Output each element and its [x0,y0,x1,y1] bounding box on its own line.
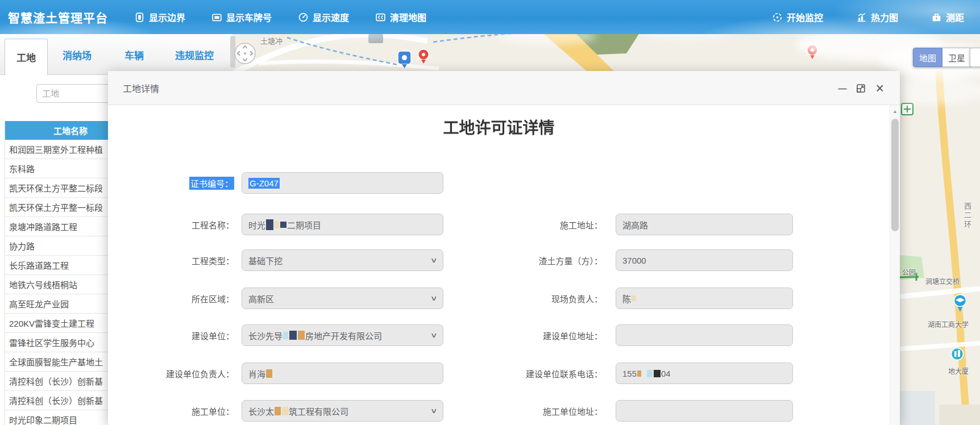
app-window: 土塘冲 公园 涧塘立交桥 湖南工商大学 地大厦 西二环 地图 卫星 智慧渣土管理… [0,0,980,425]
measure-icon [931,12,942,23]
close-icon[interactable]: × [875,81,884,95]
builder-manager-label: 建设单位负责人： [108,363,234,384]
nav-show-speed[interactable]: 显示速度 [298,10,349,24]
volume-label: 渣土方量（方）： [460,249,603,271]
monitor-icon [772,12,783,23]
site-detail-modal: 工地详情 — × 工地许可证详情 证书编号： G-Z047 工程名 [108,71,900,425]
builder-phone-label: 建设单位联系电话： [460,363,603,384]
modal-title: 工地详情 [123,81,159,95]
redaction-block [282,407,288,415]
redaction-block [654,370,661,377]
nav-item-label: 显示边界 [149,10,185,24]
redaction-block [283,332,288,339]
tab-violation-monitor[interactable]: 违规监控 [175,34,214,75]
nav-measure-distance[interactable]: 测距 [931,10,964,24]
nav-item-label: 显示车牌号 [226,10,272,24]
cert-no-input[interactable]: G-Z047 [242,172,443,194]
chevron-down-icon: ∨ [430,407,438,415]
minimize-icon[interactable]: — [838,84,846,93]
maximize-icon[interactable] [856,84,866,93]
satellite-mode-button[interactable]: 卫星 [942,48,971,67]
tab-construction-site[interactable]: 工地 [5,39,48,75]
address-label: 施工地址： [460,214,603,235]
tab-disposal-site[interactable]: 消纳场 [63,34,92,75]
builder-address-label: 建设单位地址： [460,324,603,346]
modal-window-controls: — × [838,71,884,105]
plate-icon [211,12,222,23]
constructor-address-label: 施工单位地址： [460,400,603,422]
map-label-park: 公园 [902,267,916,277]
project-name-label: 工程名称： [108,214,234,235]
redaction-block [280,222,286,228]
redaction-block [632,295,636,301]
builder-address-input[interactable] [616,324,793,346]
tab-vehicles[interactable]: 车辆 [124,34,144,75]
nav-item-label: 显示速度 [313,10,349,24]
nav-heatmap[interactable]: 热力图 [856,10,898,24]
project-name-input[interactable]: 时光二期项目 [242,214,443,235]
redaction-block [637,370,641,377]
map-label-building: 地大厦 [948,366,969,376]
speed-icon [298,12,309,23]
nav-show-boundary[interactable]: 显示边界 [134,10,185,24]
traffic-mode-button[interactable] [970,48,980,67]
redaction-block [298,331,305,340]
scroll-up-arrow[interactable]: ▲ [890,109,900,114]
redaction-block [647,370,653,377]
scrollbar-thumb[interactable] [891,119,899,231]
nav-clear-map[interactable]: 清理地图 [375,10,426,24]
site-manager-input[interactable]: 陈 [616,288,793,309]
map-label-tutangchong: 土塘冲 [260,35,283,46]
compass-icon [234,42,256,65]
redaction-block [266,369,272,378]
clear-map-icon [375,12,386,23]
nav-item-label: 清理地图 [390,10,426,24]
district-select[interactable]: 高新区 ∨ [242,288,443,309]
building-marker[interactable] [952,348,964,360]
map-label-ring-road: 西二环 [962,202,973,230]
app-title: 智慧渣土管理平台 [8,9,108,26]
tab-bar: 工地 消纳场 车辆 违规监控 [0,34,233,75]
top-navbar: 智慧渣土管理平台 显示边界 显示车牌号 显示速度 [0,0,980,34]
constructor-address-input[interactable] [616,400,793,422]
builder-select[interactable]: 长沙先导房地产开发有限公司 ∨ [242,324,443,346]
nav-item-label: 热力图 [871,10,898,24]
navbar-actions: 开始监控 热力图 测距 [772,10,980,24]
chevron-down-icon: ∨ [430,294,438,302]
project-type-select[interactable]: 基础下挖 ∨ [242,249,443,271]
map-mode-button[interactable]: 地图 [913,48,942,67]
volume-input[interactable]: 37000 [616,249,793,271]
boundary-icon [134,12,145,23]
nav-item-label: 开始监控 [787,10,823,24]
redaction-block [266,219,273,230]
map-pan-control[interactable] [234,42,256,65]
nav-item-label: 测距 [946,10,964,24]
site-manager-label: 现场负责人： [460,288,603,309]
redaction-block [289,331,297,340]
map-type-toggle: 地图 卫星 [913,48,971,67]
chevron-down-icon: ∨ [430,256,438,264]
heatmap-icon [856,12,867,23]
green-park-icon[interactable] [902,103,913,115]
map-label-overpass: 涧塘立交桥 [925,276,960,286]
district-label: 所在区域： [108,288,234,309]
chevron-down-icon: ∨ [430,331,438,339]
map-label-university: 湖南工商大学 [928,319,969,329]
redaction-block [275,407,281,415]
redaction-block [275,221,279,228]
builder-label: 建设单位： [108,324,234,346]
project-type-label: 工程类型： [108,249,234,271]
address-input[interactable]: 湖高路 [616,214,793,235]
nav-show-plate[interactable]: 显示车牌号 [211,10,272,24]
constructor-select[interactable]: 长沙太筑工程有限公司 ∨ [242,400,443,422]
constructor-label: 施工单位： [108,400,234,422]
nav-start-monitoring[interactable]: 开始监控 [772,10,823,24]
modal-header: 工地详情 — × [108,71,900,105]
builder-manager-input[interactable]: 肖海 [242,363,443,384]
builder-phone-input[interactable]: 15504 [616,363,793,384]
cert-no-label: 证书编号： [108,172,234,194]
modal-scrollbar: ▲ [890,105,900,425]
form-title: 工地许可证详情 [108,115,890,138]
